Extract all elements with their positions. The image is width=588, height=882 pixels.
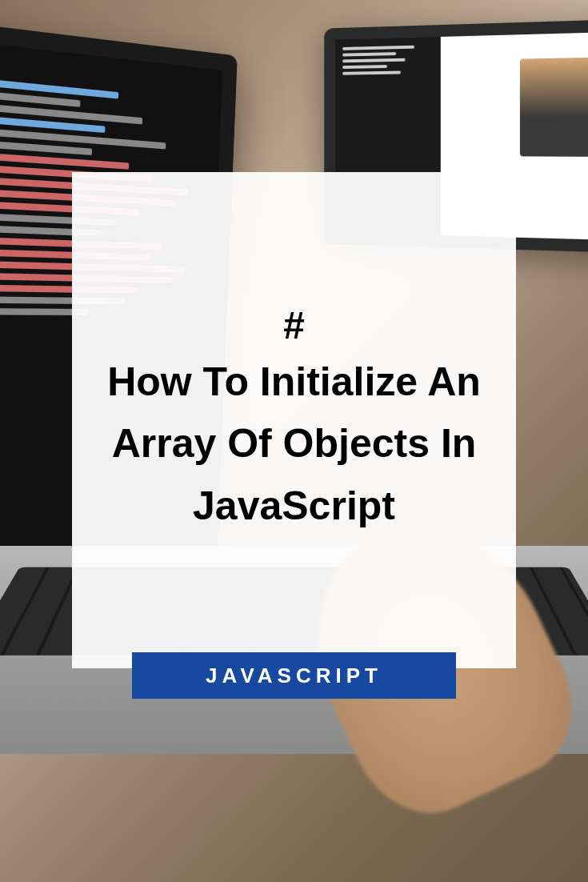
title-card: # How To Initialize An Array Of Objects …	[72, 172, 516, 668]
person-photo	[520, 57, 588, 156]
hash-icon: #	[283, 303, 305, 347]
category-badge: JAVASCRIPT	[132, 652, 456, 699]
article-title: How To Initialize An Array Of Objects In…	[96, 351, 492, 538]
category-label: JAVASCRIPT	[206, 664, 382, 688]
